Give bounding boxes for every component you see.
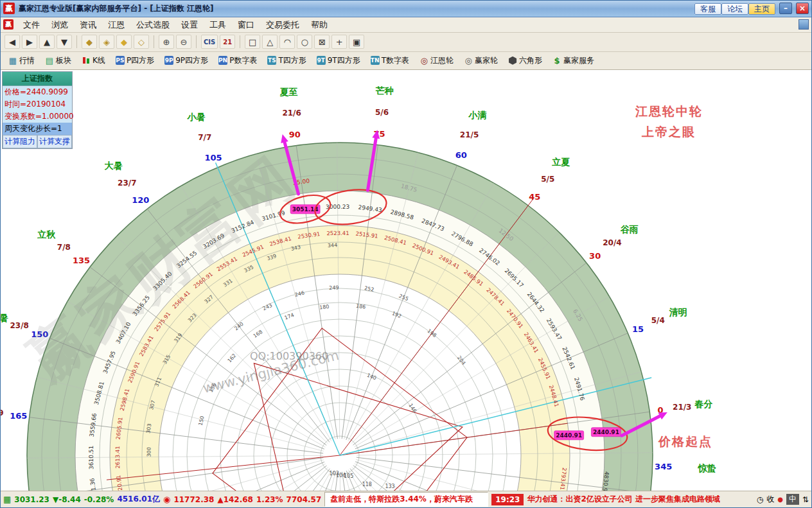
- menu-item[interactable]: 交易委托: [260, 19, 305, 31]
- svg-text:60: 60: [455, 150, 467, 160]
- titlebar: 赢 赢家江恩专业版[赢家内部服务平台] - [上证指数 江恩轮] 客服论坛主页 …: [1, 1, 811, 17]
- view-button-winner-wheel[interactable]: ◎赢家轮: [460, 53, 502, 67]
- view-button-label: P数字表: [229, 55, 257, 66]
- gann-wheel: 2491.762542.612593.472644.322695.172746.…: [1, 70, 811, 491]
- clock-icon: ◷: [757, 495, 763, 504]
- news-headline[interactable]: 华力创通：出资2亿设立子公司 进一步聚焦集成电路领域: [527, 494, 720, 505]
- app-logo-icon: 赢: [3, 3, 15, 14]
- sh-index-pct: -0.28%: [84, 495, 114, 504]
- svg-text:2440.91: 2440.91: [593, 428, 619, 435]
- panel-row: 价格=2440.9099: [3, 86, 72, 98]
- svg-text:150: 150: [31, 329, 48, 338]
- panel-button-计算支撑[interactable]: 计算支撑: [37, 135, 72, 148]
- svg-text:135: 135: [73, 256, 90, 265]
- svg-text:春分: 春分: [694, 399, 712, 409]
- view-button-9p-square[interactable]: 9P9P四方形: [161, 53, 212, 67]
- statusbar: ▦ 3031.23 ▼-8.44 -0.28% 4516.01亿 ◉ 11772…: [1, 491, 811, 507]
- chart-area: 2491.762542.612593.472644.322695.172746.…: [1, 70, 811, 491]
- svg-text:300: 300: [146, 447, 152, 457]
- gann-wheel-icon: ◎: [419, 56, 428, 65]
- winner-wheel-icon: ◎: [464, 56, 473, 65]
- back-button[interactable]: ◀: [4, 35, 20, 49]
- sz-index-value: 11772.38: [173, 495, 214, 504]
- svg-text:惊蛰: 惊蛰: [698, 463, 716, 473]
- view-button-label: T四方形: [278, 55, 306, 66]
- menu-item[interactable]: 资讯: [74, 19, 102, 31]
- info-panel: 上证指数 价格=2440.9099时间=20190104变换系数=1.00000…: [2, 71, 73, 149]
- rect-tool-button[interactable]: □: [245, 35, 260, 49]
- alert-dot-icon: ●: [777, 496, 783, 503]
- cis-button[interactable]: CIS: [201, 35, 218, 49]
- close-button[interactable]: ×: [796, 3, 809, 14]
- view-button-label: P四方形: [127, 55, 154, 66]
- sh-index-value: 3031.23: [14, 495, 49, 504]
- sz-index-pct: 1.23%: [256, 495, 283, 504]
- menu-item[interactable]: 工具: [204, 19, 232, 31]
- panel-button-计算阻力[interactable]: 计算阻力: [3, 135, 37, 148]
- svg-text:20/4: 20/4: [603, 238, 621, 247]
- gann-tool-1-button[interactable]: ◆: [82, 35, 97, 49]
- view-button-quotes[interactable]: ▦行情: [4, 53, 39, 67]
- sh-index-amount: 4516.01亿: [117, 494, 160, 505]
- panel-row: 变换系数=1.00000: [3, 110, 72, 123]
- crosshair-tool-button[interactable]: +: [331, 35, 347, 49]
- sz-index-amount: 7704.57: [287, 495, 322, 504]
- hexagon-icon: [508, 57, 517, 65]
- view-button-p-square[interactable]: PSP四方形: [112, 53, 158, 67]
- sectors-icon: ▤: [45, 56, 54, 65]
- gann-tool-3-button[interactable]: ◆: [116, 35, 132, 49]
- sz-index-change: ▲142.68: [217, 495, 253, 504]
- svg-text:118: 118: [362, 482, 372, 487]
- triangle-tool-button[interactable]: △: [262, 35, 278, 49]
- gann-tool-4-button[interactable]: ◇: [134, 35, 149, 49]
- menu-item[interactable]: 窗口: [232, 19, 260, 31]
- circle-tool-button[interactable]: ○: [297, 35, 312, 49]
- panel-row: 时间=20190104: [3, 98, 72, 110]
- clear-shape-tool-button[interactable]: ⊠: [314, 35, 330, 49]
- menu-item[interactable]: 设置: [175, 19, 204, 31]
- arc-tool-button[interactable]: ◠: [279, 35, 295, 49]
- view-button-label: 9T四方形: [328, 55, 360, 66]
- toolbar-separator: [196, 35, 197, 48]
- view-button-services[interactable]: $赢家服务: [549, 53, 598, 67]
- view-button-gann-wheel[interactable]: ◎江恩轮: [416, 53, 457, 67]
- menu-extra-button[interactable]: [799, 19, 809, 30]
- svg-text:立夏: 立夏: [551, 157, 570, 167]
- menu-item[interactable]: 公式选股: [130, 19, 175, 31]
- view-button-t-table[interactable]: TNT数字表: [367, 53, 413, 67]
- titlebar-link-主页[interactable]: 主页: [748, 3, 775, 15]
- view-button-p-table[interactable]: PNP数字表: [215, 53, 261, 67]
- view-button-hexagon[interactable]: 六角形: [504, 53, 546, 67]
- zoom-out-button[interactable]: ⊖: [176, 35, 191, 49]
- calendar-21-button[interactable]: 21: [220, 35, 235, 49]
- minimize-button[interactable]: –: [779, 3, 792, 14]
- menu-item[interactable]: 江恩: [102, 19, 130, 31]
- menu-item[interactable]: 文件: [17, 19, 46, 31]
- view-button-9t-square[interactable]: 9T9T四方形: [313, 53, 364, 67]
- sh-market-icon: ▦: [3, 495, 11, 504]
- svg-text:120: 120: [132, 195, 149, 205]
- svg-text:133: 133: [385, 484, 394, 489]
- view-button-t-square[interactable]: TST四方形: [263, 53, 310, 67]
- svg-text:5/6: 5/6: [375, 108, 389, 117]
- titlebar-link-论坛[interactable]: 论坛: [721, 3, 748, 15]
- forward-button[interactable]: ▶: [22, 35, 37, 49]
- flag-tool-button[interactable]: ▣: [349, 35, 364, 49]
- toolbar-views: ▦行情▤板块K线PSP四方形9P9P四方形PNP数字表TST四方形9T9T四方形…: [1, 52, 811, 70]
- ime-indicator[interactable]: 中: [786, 494, 799, 505]
- quotes-icon: ▦: [8, 56, 17, 65]
- titlebar-link-客服[interactable]: 客服: [694, 3, 721, 15]
- view-button-kline[interactable]: K线: [78, 53, 109, 67]
- gann-tool-2-button[interactable]: ◈: [99, 35, 114, 49]
- view-button-sectors[interactable]: ▤板块: [41, 53, 75, 67]
- toolbar-main: ◀▶▲▼◆◈◆◇⊕⊖CIS21□△◠○⊠+▣: [1, 33, 811, 52]
- svg-text:180: 180: [319, 304, 330, 311]
- menu-item[interactable]: 浏览: [46, 19, 74, 31]
- filter-down-button[interactable]: ▼: [57, 35, 72, 49]
- menu-item[interactable]: 帮助: [305, 19, 333, 31]
- time-badge: 19:23: [491, 494, 524, 505]
- zoom-in-button[interactable]: ⊕: [159, 35, 174, 49]
- news-ticker[interactable]: 盘前走低，特斯拉跌3.44%，蔚来汽车跌: [324, 492, 488, 507]
- svg-text:7/7: 7/7: [198, 133, 211, 142]
- pointer-up-button[interactable]: ▲: [39, 35, 55, 49]
